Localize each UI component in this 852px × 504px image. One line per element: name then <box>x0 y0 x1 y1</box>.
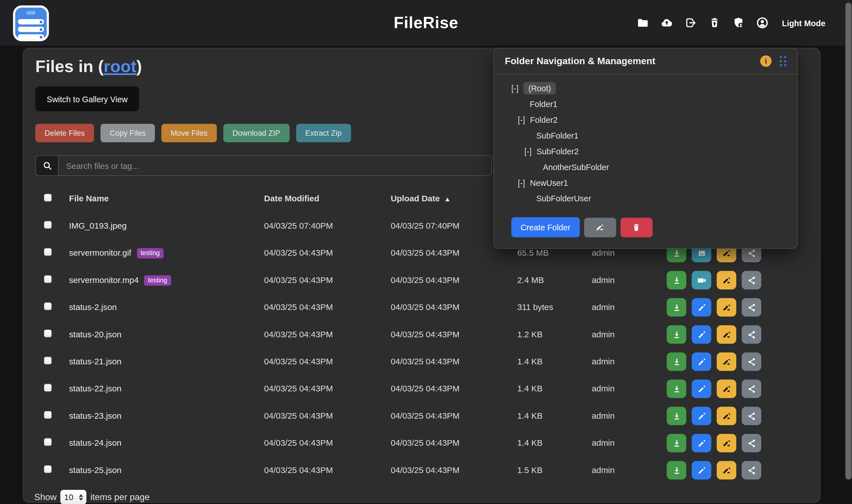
items-per-page-select[interactable]: 10 <box>60 490 87 504</box>
tree-toggle-icon[interactable]: [-] <box>524 147 532 156</box>
file-name[interactable]: status-21.json <box>69 357 121 366</box>
account-icon[interactable] <box>756 16 769 29</box>
extract-zip-button[interactable]: Extract Zip <box>296 124 351 142</box>
scrollbar-thumb[interactable] <box>846 3 851 480</box>
download-button[interactable] <box>666 434 686 452</box>
row-checkbox[interactable] <box>44 465 52 473</box>
download-button[interactable] <box>666 380 686 398</box>
delete-folder-button[interactable] <box>621 217 653 237</box>
file-name[interactable]: servermonitor.gif <box>69 248 131 258</box>
rename-button[interactable] <box>717 407 736 425</box>
share-button[interactable] <box>742 434 761 452</box>
copy-files-button[interactable]: Copy Files <box>101 124 155 142</box>
root-folder-link[interactable]: root <box>104 57 136 76</box>
tree-item-anothersubfolder[interactable]: AnotherSubFolder <box>543 159 797 175</box>
file-name[interactable]: status-2.json <box>69 302 117 312</box>
rename-button[interactable] <box>717 434 736 452</box>
search-icon[interactable] <box>35 156 58 176</box>
tree-toggle-icon[interactable]: [-] <box>518 115 525 124</box>
table-row: status-21.json04/03/25 04:43PM04/03/25 0… <box>23 348 820 375</box>
edit-button[interactable] <box>692 325 711 344</box>
cloud-upload-icon[interactable] <box>660 16 673 29</box>
delete-files-button[interactable]: Delete Files <box>35 124 94 142</box>
drag-handle-icon[interactable] <box>780 56 786 67</box>
restore-trash-icon[interactable] <box>708 16 721 29</box>
share-button[interactable] <box>742 271 761 289</box>
row-checkbox[interactable] <box>44 357 52 364</box>
edit-button[interactable] <box>692 298 711 317</box>
download-button[interactable] <box>666 271 686 289</box>
file-name[interactable]: status-23.json <box>69 411 121 421</box>
tree-item-folder2[interactable]: [-]Folder2 <box>518 112 797 128</box>
row-checkbox[interactable] <box>44 384 52 391</box>
folder-icon[interactable] <box>636 16 649 29</box>
switch-gallery-view-button[interactable]: Switch to Gallery View <box>35 87 139 111</box>
row-checkbox[interactable] <box>44 248 52 256</box>
edit-button[interactable] <box>692 434 711 452</box>
download-button[interactable] <box>666 325 686 344</box>
search-input[interactable] <box>58 156 492 176</box>
column-header-file-name[interactable]: File Name <box>69 194 264 203</box>
download-button[interactable] <box>666 461 686 480</box>
file-name[interactable]: status-20.json <box>69 330 121 340</box>
per-page-suffix: items per page <box>90 492 150 502</box>
tree-item-folder1[interactable]: Folder1 <box>530 96 797 112</box>
rename-button[interactable] <box>717 298 736 317</box>
tree-toggle-icon[interactable]: [-] <box>518 178 525 187</box>
file-name[interactable]: servermonitor.mp4 <box>69 275 139 285</box>
row-actions <box>666 353 820 371</box>
row-checkbox[interactable] <box>44 302 52 310</box>
filerise-logo[interactable] <box>13 5 49 41</box>
tree-item-subfolderuser[interactable]: SubFolderUser <box>536 191 797 206</box>
move-files-button[interactable]: Move Files <box>161 124 217 142</box>
file-name[interactable]: status-24.json <box>69 438 121 448</box>
column-header-date-modified[interactable]: Date Modified <box>264 194 390 203</box>
tree-item-subfolder1[interactable]: SubFolder1 <box>536 128 797 143</box>
share-button[interactable] <box>742 380 761 398</box>
uploader: admin <box>592 248 666 258</box>
rename-button[interactable] <box>717 380 736 398</box>
rename-button[interactable] <box>717 325 736 344</box>
tree-item-subfolder2[interactable]: [-]SubFolder2 <box>524 143 797 159</box>
download-button[interactable] <box>666 407 686 425</box>
row-actions <box>666 380 820 398</box>
row-checkbox[interactable] <box>44 330 52 337</box>
create-folder-button[interactable]: Create Folder <box>511 217 579 237</box>
sign-out-icon[interactable] <box>684 16 697 29</box>
edit-button[interactable] <box>692 461 711 480</box>
info-icon[interactable]: i <box>760 55 772 67</box>
rename-button[interactable] <box>717 353 736 371</box>
row-checkbox[interactable] <box>44 438 52 446</box>
row-checkbox[interactable] <box>44 275 52 283</box>
row-checkbox[interactable] <box>44 221 52 229</box>
share-button[interactable] <box>742 353 761 371</box>
file-name[interactable]: IMG_0193.jpeg <box>69 221 126 231</box>
edit-button[interactable] <box>692 407 711 425</box>
share-button[interactable] <box>742 325 761 344</box>
rename-button[interactable] <box>717 461 736 480</box>
tree-label: Folder1 <box>530 100 557 109</box>
tree-item-root[interactable]: [-](Root) <box>511 80 797 96</box>
table-row: status-22.json04/03/25 04:43PM04/03/25 0… <box>23 375 820 402</box>
rename-folder-button[interactable] <box>584 217 616 237</box>
download-zip-button[interactable]: Download ZIP <box>223 124 289 142</box>
preview-video-button[interactable] <box>692 271 711 289</box>
rename-button[interactable] <box>717 271 736 289</box>
logo-bar <box>18 26 44 32</box>
share-button[interactable] <box>742 407 761 425</box>
select-all-checkbox[interactable] <box>44 194 52 201</box>
share-button[interactable] <box>742 298 761 317</box>
download-button[interactable] <box>666 298 686 317</box>
upload-date: 04/03/25 04:43PM <box>391 465 517 475</box>
theme-toggle[interactable]: Light Mode <box>782 18 825 28</box>
share-button[interactable] <box>742 461 761 480</box>
edit-button[interactable] <box>692 380 711 398</box>
file-name[interactable]: status-22.json <box>69 384 121 394</box>
edit-button[interactable] <box>692 353 711 371</box>
download-button[interactable] <box>666 353 686 371</box>
row-checkbox[interactable] <box>44 411 52 419</box>
tree-toggle-icon[interactable]: [-] <box>511 84 519 93</box>
tree-item-newuser1[interactable]: [-]NewUser1 <box>518 175 797 191</box>
file-name[interactable]: status-25.json <box>69 465 121 475</box>
admin-shield-icon[interactable] <box>732 16 745 29</box>
